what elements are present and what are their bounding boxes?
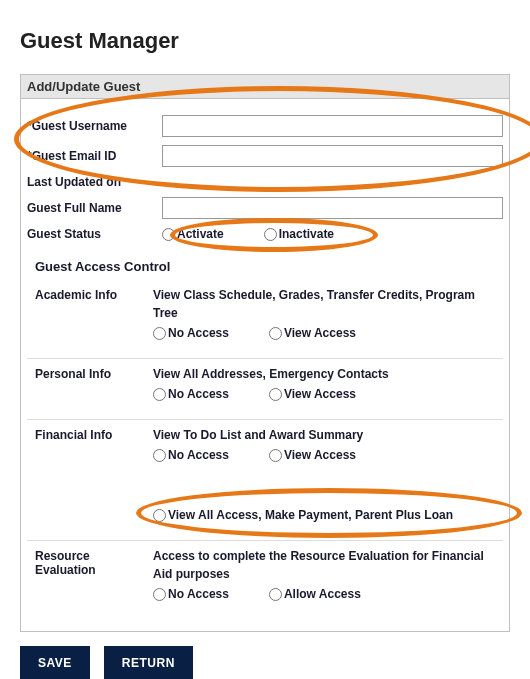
radio-personal-noaccess-input[interactable] [153, 388, 166, 401]
label-fullname: Guest Full Name [27, 201, 162, 215]
radio-personal-view-label: View Access [284, 387, 356, 401]
radio-financial-noaccess[interactable]: No Access [153, 448, 229, 462]
row-status: Guest Status Activate Inactivate [27, 227, 503, 241]
label-academic: Academic Info [35, 286, 153, 340]
label-last-updated: Last Updated on [27, 175, 162, 189]
label-resource: Resource Evaluation [35, 547, 153, 601]
row-username: *Guest Username [27, 115, 503, 137]
radio-personal-noaccess[interactable]: No Access [153, 387, 229, 401]
input-email[interactable] [162, 145, 503, 167]
label-status: Guest Status [27, 227, 162, 241]
page-title: Guest Manager [20, 28, 510, 54]
row-last-updated: Last Updated on [27, 175, 503, 189]
radio-resource-allow[interactable]: Allow Access [269, 587, 361, 601]
radio-academic-noaccess[interactable]: No Access [153, 326, 229, 340]
block-academic: Academic Info View Class Schedule, Grade… [27, 280, 503, 359]
label-email: *Guest Email ID [27, 149, 162, 163]
radio-financial-viewall-label: View All Access, Make Payment, Parent Pl… [168, 508, 453, 522]
radio-activate-input[interactable] [162, 228, 175, 241]
radio-financial-viewall-input[interactable] [153, 509, 166, 522]
radio-inactivate-label: Inactivate [279, 227, 334, 241]
label-financial: Financial Info [35, 426, 153, 522]
radio-academic-noaccess-input[interactable] [153, 327, 166, 340]
radio-financial-view[interactable]: View Access [269, 448, 356, 462]
desc-financial: View To Do List and Award Summary [153, 426, 499, 444]
row-fullname: Guest Full Name [27, 197, 503, 219]
radio-resource-allow-input[interactable] [269, 588, 282, 601]
radio-resource-noaccess[interactable]: No Access [153, 587, 229, 601]
radio-financial-noaccess-label: No Access [168, 448, 229, 462]
radio-personal-view[interactable]: View Access [269, 387, 356, 401]
radio-academic-noaccess-label: No Access [168, 326, 229, 340]
radio-resource-noaccess-input[interactable] [153, 588, 166, 601]
radio-financial-viewall[interactable]: View All Access, Make Payment, Parent Pl… [153, 508, 499, 522]
radio-resource-allow-label: Allow Access [284, 587, 361, 601]
radio-academic-view[interactable]: View Access [269, 326, 356, 340]
label-username-text: Guest Username [32, 119, 127, 133]
label-personal: Personal Info [35, 365, 153, 401]
desc-personal: View All Addresses, Emergency Contacts [153, 365, 499, 383]
block-personal: Personal Info View All Addresses, Emerge… [27, 359, 503, 420]
radio-academic-view-label: View Access [284, 326, 356, 340]
access-control-header: Guest Access Control [27, 249, 503, 280]
panel-header: Add/Update Guest [21, 75, 509, 99]
save-button[interactable]: SAVE [20, 646, 90, 679]
desc-academic: View Class Schedule, Grades, Transfer Cr… [153, 286, 499, 322]
label-username: *Guest Username [27, 119, 162, 133]
radio-activate[interactable]: Activate [162, 227, 224, 241]
radio-academic-view-input[interactable] [269, 327, 282, 340]
guest-panel: Add/Update Guest *Guest Username *Guest … [20, 74, 510, 632]
row-email: *Guest Email ID [27, 145, 503, 167]
radio-financial-noaccess-input[interactable] [153, 449, 166, 462]
radio-financial-view-input[interactable] [269, 449, 282, 462]
block-financial: Financial Info View To Do List and Award… [27, 420, 503, 541]
label-email-text: Guest Email ID [32, 149, 117, 163]
input-username[interactable] [162, 115, 503, 137]
radio-inactivate-input[interactable] [264, 228, 277, 241]
radio-activate-label: Activate [177, 227, 224, 241]
radio-inactivate[interactable]: Inactivate [264, 227, 334, 241]
input-fullname[interactable] [162, 197, 503, 219]
return-button[interactable]: RETURN [104, 646, 193, 679]
radio-personal-view-input[interactable] [269, 388, 282, 401]
desc-resource: Access to complete the Resource Evaluati… [153, 547, 499, 583]
block-resource: Resource Evaluation Access to complete t… [27, 541, 503, 619]
radio-financial-view-label: View Access [284, 448, 356, 462]
radio-resource-noaccess-label: No Access [168, 587, 229, 601]
radio-personal-noaccess-label: No Access [168, 387, 229, 401]
